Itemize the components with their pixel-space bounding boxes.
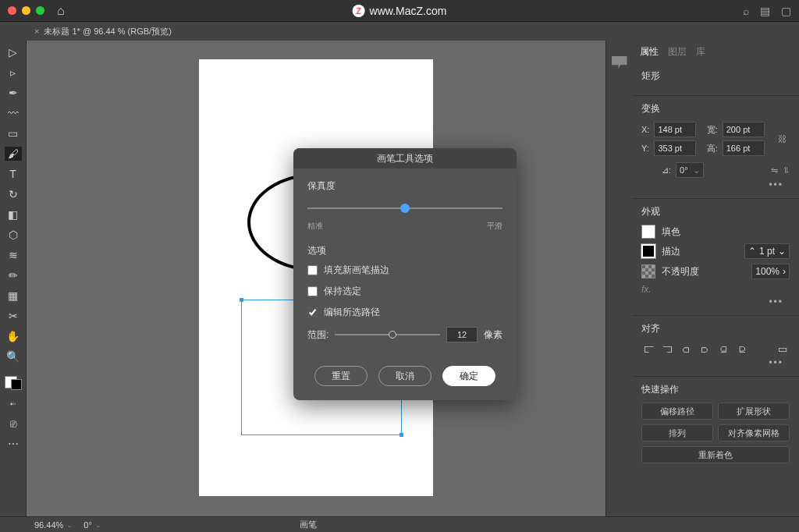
status-tool-label: 画笔 — [300, 519, 317, 530]
width-tool[interactable]: ≋ — [5, 248, 22, 262]
more-appearance-icon[interactable]: ••• — [641, 295, 790, 309]
flip-v-icon[interactable]: ⥮ — [783, 165, 790, 176]
more-transform-icon[interactable]: ••• — [641, 178, 790, 192]
document-tab[interactable]: 未标题 1* @ 96.44 % (RGB/预览) — [44, 26, 171, 37]
align-bottom-icon[interactable]: ⫒ — [735, 342, 749, 356]
gradient-tool[interactable]: ▦ — [5, 289, 22, 303]
align-hcenter-icon[interactable]: ⫎ — [660, 342, 674, 356]
eraser-tool[interactable]: ◧ — [5, 207, 22, 222]
align-left-icon[interactable]: ⫍ — [641, 342, 655, 356]
zoom-level[interactable]: 96.44%⌄ — [34, 520, 73, 530]
search-icon[interactable]: ⌕ — [743, 5, 749, 17]
flip-h-icon[interactable]: ⇋ — [771, 165, 778, 176]
qa-recolor[interactable]: 重新着色 — [641, 446, 790, 463]
collapsed-panel-dock[interactable] — [605, 41, 632, 516]
edit-toolbar-icon[interactable]: ⋯ — [5, 437, 22, 451]
align-top-icon[interactable]: ⫐ — [698, 342, 712, 356]
macz-logo: Z — [353, 5, 365, 17]
qa-expand-shape[interactable]: 扩展形状 — [718, 403, 790, 420]
range-slider[interactable] — [335, 334, 440, 335]
w-label: 宽: — [707, 124, 718, 136]
rotation-angle[interactable]: 0°⌄ — [83, 520, 101, 530]
angle-select[interactable]: 0° ⌄ — [676, 162, 704, 178]
range-input[interactable] — [446, 327, 478, 342]
x-input[interactable] — [654, 122, 696, 137]
align-to-icon[interactable]: ▭ — [776, 342, 790, 356]
tab-libraries[interactable]: 库 — [696, 45, 705, 59]
link-wh-icon[interactable]: ⛓ — [775, 134, 790, 144]
fidelity-label: 保真度 — [307, 179, 502, 193]
dialog-title: 画笔工具选项 — [293, 148, 517, 168]
y-label: Y: — [641, 144, 649, 153]
opt-keep-selected[interactable]: 保持选定 — [307, 285, 502, 298]
fill-swatch[interactable] — [641, 225, 655, 239]
quick-actions-title: 快速操作 — [641, 383, 790, 396]
minimize-window[interactable] — [22, 6, 30, 15]
direct-selection-tool[interactable]: ▹ — [5, 66, 22, 80]
stroke-label: 描边 — [662, 245, 680, 258]
tab-layers[interactable]: 图层 — [668, 45, 687, 59]
rotate-tool[interactable]: ↻ — [5, 187, 22, 201]
shape-builder-tool[interactable]: ⬡ — [5, 228, 22, 242]
stroke-swatch[interactable] — [641, 244, 655, 258]
pen-tool[interactable]: ✒ — [5, 86, 22, 100]
curvature-tool[interactable]: 〰 — [5, 106, 22, 120]
scissors-tool[interactable]: ✂ — [5, 309, 22, 323]
qa-arrange[interactable]: 排列 — [641, 424, 713, 442]
align-title: 对齐 — [641, 322, 790, 335]
fill-label: 填色 — [662, 225, 680, 239]
eyedropper-tool[interactable]: ✏ — [5, 268, 22, 282]
brush-options-dialog: 画笔工具选项 保真度 精准 平滑 选项 填充新画笔描边 保持选定 编辑所选路径 … — [293, 148, 517, 400]
panel-tabs: 属性 图层 库 — [632, 41, 799, 63]
workspace-icon[interactable]: ▢ — [781, 5, 791, 17]
h-label: 高: — [707, 143, 718, 154]
qa-align-pixel[interactable]: 对齐像素网格 — [718, 424, 790, 442]
title-url: Z www.MacZ.com — [353, 5, 447, 17]
options-label: 选项 — [307, 244, 502, 257]
opacity-label: 不透明度 — [662, 265, 699, 278]
opacity-swatch[interactable] — [641, 264, 655, 278]
fidelity-slider[interactable] — [307, 199, 502, 218]
qa-offset-path[interactable]: 偏移路径 — [641, 403, 713, 420]
h-input[interactable] — [723, 140, 765, 156]
ok-button[interactable]: 确定 — [442, 366, 495, 386]
selection-tool[interactable]: ▷ — [5, 45, 22, 59]
maximize-window[interactable] — [36, 6, 44, 15]
tab-close-icon[interactable]: × — [34, 27, 39, 36]
stroke-weight-select[interactable]: ⌃ 1 pt ⌄ — [744, 243, 790, 259]
hand-tool[interactable]: ✋ — [5, 329, 22, 343]
paintbrush-tool[interactable]: 🖌 — [5, 147, 22, 161]
align-vcenter-icon[interactable]: ⫑ — [716, 342, 730, 356]
fidelity-left-label: 精准 — [307, 221, 323, 232]
more-align-icon[interactable]: ••• — [641, 356, 790, 370]
reset-button[interactable]: 重置 — [314, 366, 368, 386]
fill-stroke-swatch[interactable] — [5, 376, 22, 390]
toolbar: ▷ ▹ ✒ 〰 ▭ 🖌 T ↻ ◧ ⬡ ≋ ✏ ▦ ✂ ✋ 🔍 ▪▫ ⎚ ⋯ — [0, 41, 27, 516]
rectangle-tool[interactable]: ▭ — [5, 126, 22, 140]
align-right-icon[interactable]: ⫏ — [679, 342, 693, 356]
tab-properties[interactable]: 属性 — [640, 45, 659, 59]
range-label: 范围: — [307, 328, 328, 342]
opt-edit-selected-paths[interactable]: 编辑所选路径 — [307, 306, 502, 319]
arrange-icon[interactable]: ▤ — [760, 5, 770, 17]
screen-mode-icon[interactable]: ⎚ — [5, 417, 22, 431]
color-mode-icon[interactable]: ▪▫ — [5, 396, 22, 410]
home-icon[interactable]: ⌂ — [57, 4, 65, 18]
fx-label[interactable]: fx. — [641, 284, 790, 295]
close-window[interactable] — [8, 6, 16, 15]
range-unit: 像素 — [484, 328, 502, 342]
fidelity-right-label: 平滑 — [487, 221, 502, 232]
angle-label: ⊿: — [662, 165, 671, 176]
w-input[interactable] — [723, 122, 765, 137]
comments-icon[interactable] — [612, 56, 627, 69]
appearance-title: 外观 — [641, 205, 790, 218]
opt-fill-new-strokes[interactable]: 填充新画笔描边 — [307, 264, 502, 277]
type-tool[interactable]: T — [5, 167, 22, 181]
opacity-select[interactable]: 100% › — [751, 264, 790, 279]
cancel-button[interactable]: 取消 — [378, 366, 431, 386]
y-input[interactable] — [654, 140, 696, 156]
shape-type-label: 矩形 — [641, 69, 790, 83]
x-label: X: — [641, 125, 649, 134]
transform-title: 变换 — [641, 102, 790, 115]
zoom-tool[interactable]: 🔍 — [5, 349, 22, 364]
